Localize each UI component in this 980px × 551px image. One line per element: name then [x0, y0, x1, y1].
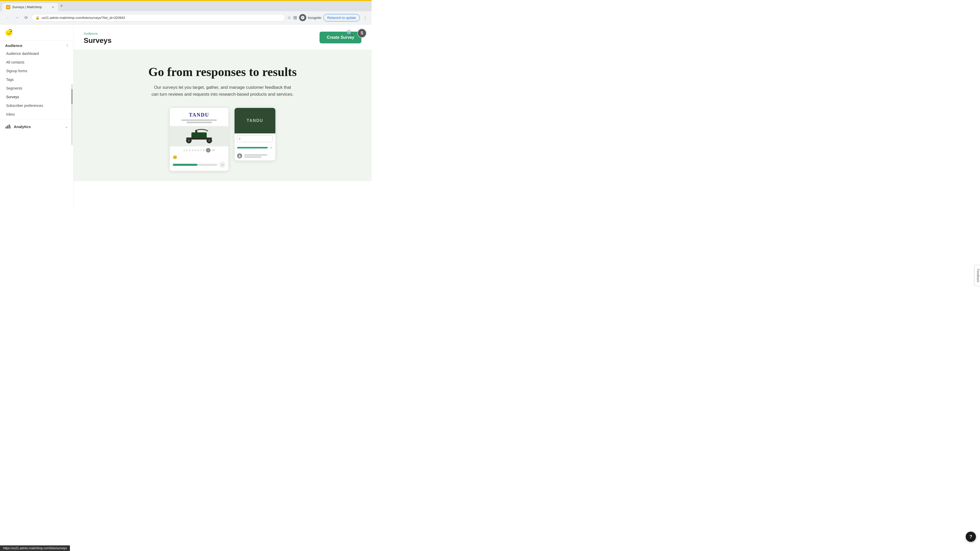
app-container: Audience ↑ Audience dashboard All contac…: [0, 24, 372, 208]
audience-collapse-button[interactable]: ↑: [66, 43, 68, 48]
card2-avatar: [237, 153, 242, 159]
tab-favicon: M: [6, 5, 10, 9]
browser-menu-button[interactable]: ⋮: [363, 15, 368, 21]
top-right-icons: 🔍 S: [346, 29, 366, 38]
survey-preview-card-2: TANDU →: [234, 108, 275, 160]
svg-point-13: [208, 139, 210, 142]
card1-logo-area: TANDU: [170, 108, 228, 126]
all-contacts-label: All contacts: [6, 60, 24, 64]
card2-action-area: →: [234, 144, 275, 152]
svg-rect-6: [10, 126, 11, 129]
incognito-avatar: [299, 14, 306, 21]
svg-rect-9: [195, 130, 197, 133]
svg-rect-5: [9, 124, 10, 129]
surveys-label: Surveys: [6, 95, 19, 99]
sidebar-item-all-contacts[interactable]: All contacts: [0, 58, 73, 67]
card2-progress: [237, 147, 268, 148]
card1-emoji-area: 😊: [170, 154, 228, 160]
hero-subtitle: Our surveys let you target, gather, and …: [151, 84, 294, 98]
sidebar: Audience ↑ Audience dashboard All contac…: [0, 24, 73, 208]
card2-input-area: [234, 133, 275, 144]
card1-line2: [186, 122, 212, 123]
user-avatar[interactable]: S: [357, 29, 366, 38]
hero-title: Go from responses to results: [84, 65, 361, 79]
sidebar-item-tags[interactable]: Tags: [0, 75, 73, 84]
analytics-chevron-icon: ⌄: [65, 124, 68, 129]
svg-rect-4: [7, 125, 8, 129]
sidebar-item-signup-forms[interactable]: Signup forms: [0, 67, 73, 75]
card1-logo: TANDU: [174, 112, 224, 118]
sidebar-item-audience-dashboard[interactable]: Audience dashboard: [0, 49, 73, 58]
subscriber-preferences-label: Subscriber preferences: [6, 103, 43, 108]
sidebar-item-subscriber-preferences[interactable]: Subscriber preferences: [0, 101, 73, 110]
browser-chrome: M Surveys | Mailchimp × + ← → ⟳ 🔒 us21.a…: [0, 1, 372, 24]
card2-input[interactable]: [237, 135, 273, 142]
pag-label-3: 3: [189, 149, 190, 151]
pag-label-7: 7: [200, 149, 202, 151]
card2-bar-2: [244, 156, 261, 158]
svg-rect-3: [6, 127, 6, 129]
card1-action-area: →: [170, 160, 228, 171]
pag-label-2: 2: [186, 149, 188, 151]
card1-progress-fill: [173, 164, 197, 166]
lock-icon: 🔒: [35, 16, 40, 20]
page-title: Surveys: [84, 37, 111, 44]
analytics-label: Analytics: [14, 124, 65, 129]
browser-toolbar: ← → ⟳ 🔒 us21.admin.mailchimp.com/lists/s…: [0, 11, 372, 24]
pag-label-5: 5: [195, 149, 196, 151]
hero-section: Go from responses to results Our surveys…: [73, 50, 372, 181]
pag-active: 9: [206, 148, 210, 152]
sidebar-item-surveys[interactable]: Surveys: [0, 93, 73, 101]
tags-label: Tags: [6, 78, 14, 82]
pag-label-10: 10: [212, 149, 215, 151]
card2-arrow[interactable]: →: [269, 146, 273, 150]
audience-section-header: Audience ↑: [0, 41, 73, 49]
refresh-button[interactable]: ⟳: [22, 14, 30, 21]
extensions-icon[interactable]: ⊞: [293, 15, 297, 21]
inbox-label: Inbox: [6, 112, 15, 116]
active-tab[interactable]: M Surveys | Mailchimp ×: [2, 3, 58, 11]
card1-line1: [181, 119, 217, 121]
pag-label-6: 6: [197, 149, 199, 151]
main-content: 🔍 S Audience Surveys Create Survey Go fr…: [73, 24, 372, 208]
url-text: us21.admin.mailchimp.com/lists/surveys/?…: [41, 16, 281, 20]
card2-cover: TANDU: [234, 108, 275, 133]
sidebar-item-analytics[interactable]: Analytics ⌄: [0, 121, 73, 132]
forward-button[interactable]: →: [13, 14, 21, 21]
sidebar-scrollbar[interactable]: [71, 84, 73, 145]
sidebar-top: [0, 24, 73, 41]
relaunch-button[interactable]: Relaunch to update: [323, 14, 360, 21]
sidebar-item-inbox[interactable]: Inbox: [0, 110, 73, 119]
card2-bar-1: [244, 154, 267, 156]
segments-label: Segments: [6, 86, 22, 90]
tab-title: Surveys | Mailchimp: [12, 5, 42, 9]
card2-bottom: [234, 152, 275, 160]
pag-label-1: 1: [183, 149, 185, 151]
tab-close-button[interactable]: ×: [52, 5, 54, 9]
header-left: Audience Surveys: [84, 32, 111, 44]
bookmark-icon[interactable]: ☆: [287, 15, 291, 21]
browser-tabs: M Surveys | Mailchimp × +: [0, 1, 372, 11]
mailchimp-logo: [4, 27, 14, 37]
card2-cover-logo: TANDU: [247, 118, 263, 123]
audience-dashboard-label: Audience dashboard: [6, 52, 39, 56]
address-bar[interactable]: 🔒 us21.admin.mailchimp.com/lists/surveys…: [32, 14, 285, 21]
breadcrumb: Audience: [84, 32, 111, 35]
back-button[interactable]: ←: [4, 14, 11, 21]
signup-forms-label: Signup forms: [6, 69, 27, 73]
new-tab-button[interactable]: +: [58, 1, 65, 11]
analytics-icon: [5, 124, 11, 130]
sidebar-item-segments[interactable]: Segments: [0, 84, 73, 93]
preview-cards: TANDU: [84, 108, 361, 171]
audience-section-title: Audience: [5, 43, 22, 48]
search-button[interactable]: 🔍: [346, 30, 353, 37]
incognito-indicator: Incognito: [299, 14, 321, 21]
svg-point-2: [6, 32, 11, 35]
card1-pagination: 1 2 3 4 5 6 7 8 9 10: [170, 146, 228, 154]
incognito-label: Incognito: [308, 16, 321, 20]
card1-emoji: 😊: [173, 155, 177, 159]
card1-next-button[interactable]: →: [219, 162, 225, 168]
card1-image: [170, 126, 228, 146]
svg-point-12: [188, 139, 190, 142]
svg-rect-8: [191, 132, 207, 138]
